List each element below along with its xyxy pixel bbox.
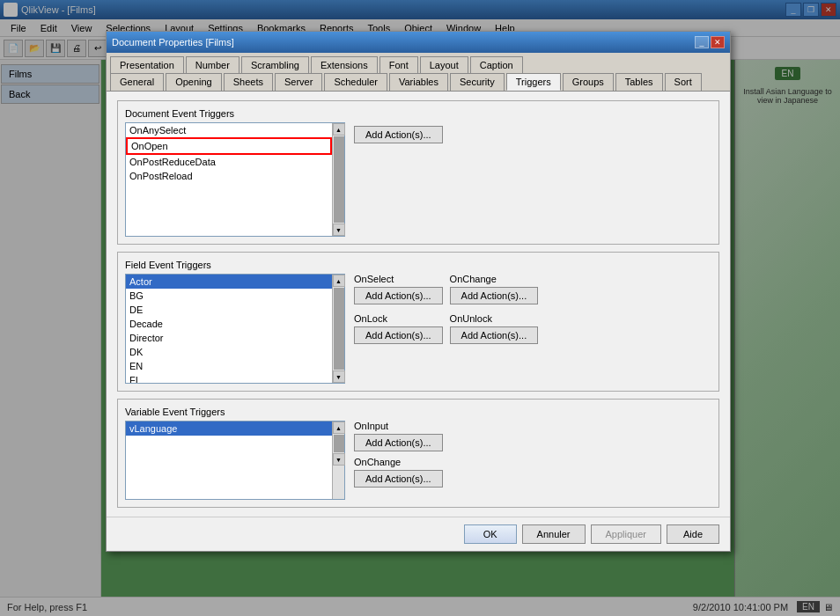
- add-action-unlock-button[interactable]: Add Action(s)...: [450, 326, 539, 344]
- var-scrollbar[interactable]: ▲ ▼: [332, 422, 344, 499]
- var-list-container: vLanguage ▲ ▼: [125, 421, 345, 500]
- ok-button[interactable]: OK: [464, 524, 517, 544]
- dialog-title: Document Properties [Films]: [112, 37, 234, 48]
- dialog-close[interactable]: ✕: [711, 36, 725, 48]
- field-item-dk[interactable]: DK: [126, 345, 332, 359]
- field-item-fi[interactable]: FI: [126, 373, 332, 383]
- doc-event-list-container: OnAnySelect OnOpen OnPostReduceData OnPo…: [125, 122, 345, 237]
- tab-bar-row1: Presentation Number Scrambling Extension…: [107, 53, 730, 73]
- doc-event-section: Document Event Triggers OnAnySelect OnOp…: [117, 100, 719, 245]
- field-list-container: Actor BG DE Decade Director DK EN FI ▲: [125, 274, 345, 384]
- trigger-col-unlock: OnUnlock Add Action(s)...: [450, 313, 539, 344]
- tab-security[interactable]: Security: [450, 73, 505, 91]
- trigger-col-var-change: OnChange Add Action(s)...: [354, 457, 443, 488]
- field-actions: OnSelect Add Action(s)... OnChange Add A…: [354, 274, 538, 348]
- doc-event-list-items: OnAnySelect OnOpen OnPostReduceData OnPo…: [126, 123, 332, 236]
- help-button[interactable]: Aide: [667, 524, 719, 544]
- dialog-content: Document Event Triggers OnAnySelect OnOp…: [107, 92, 730, 517]
- field-scrollbar[interactable]: ▲ ▼: [332, 275, 344, 383]
- field-item-actor[interactable]: Actor: [126, 275, 332, 289]
- trigger-col-lock: OnLock Add Action(s)...: [354, 313, 443, 344]
- field-item-de[interactable]: DE: [126, 303, 332, 317]
- doc-event-scrollbar[interactable]: ▲ ▼: [332, 123, 344, 236]
- tab-presentation[interactable]: Presentation: [110, 56, 184, 73]
- var-item-vlanguage[interactable]: vLanguage: [126, 422, 332, 436]
- scroll-down-arrow[interactable]: ▼: [333, 224, 345, 236]
- field-item-director[interactable]: Director: [126, 331, 332, 345]
- on-change-label: OnChange: [450, 274, 497, 284]
- tab-number[interactable]: Number: [186, 56, 239, 73]
- on-var-change-label: OnChange: [354, 457, 401, 467]
- field-list-items: Actor BG DE Decade Director DK EN FI: [126, 275, 332, 383]
- var-actions: OnInput Add Action(s)... OnChange Add Ac…: [354, 421, 443, 488]
- field-listbox[interactable]: Actor BG DE Decade Director DK EN FI ▲: [125, 274, 345, 384]
- field-scroll-down[interactable]: ▼: [333, 370, 345, 383]
- tab-server[interactable]: Server: [275, 73, 322, 91]
- field-item-bg[interactable]: BG: [126, 289, 332, 303]
- dialog-titlebar: Document Properties [Films] _ ✕: [107, 32, 730, 53]
- trigger-row-select: OnSelect Add Action(s)... OnChange Add A…: [354, 274, 538, 304]
- doc-event-listbox[interactable]: OnAnySelect OnOpen OnPostReduceData OnPo…: [125, 122, 345, 237]
- tab-groups[interactable]: Groups: [563, 73, 614, 91]
- on-select-label: OnSelect: [354, 274, 394, 284]
- add-action-doc-button[interactable]: Add Action(s)...: [354, 126, 443, 143]
- add-action-input-button[interactable]: Add Action(s)...: [354, 434, 443, 451]
- var-listbox[interactable]: vLanguage ▲ ▼: [125, 421, 345, 500]
- doc-event-item-postreload[interactable]: OnPostReload: [126, 169, 332, 183]
- tab-variables[interactable]: Variables: [389, 73, 448, 91]
- tab-bar-row2: General Opening Sheets Server Scheduler …: [107, 73, 730, 92]
- scroll-up-arrow[interactable]: ▲: [333, 123, 345, 136]
- tab-opening[interactable]: Opening: [166, 73, 222, 91]
- doc-event-item-anyselect[interactable]: OnAnySelect: [126, 123, 332, 137]
- tab-tables[interactable]: Tables: [615, 73, 663, 91]
- document-properties-dialog: Document Properties [Films] _ ✕ Presenta…: [106, 31, 731, 552]
- field-event-label: Field Event Triggers: [125, 260, 711, 270]
- field-scroll-thumb[interactable]: [334, 288, 344, 370]
- tab-sort[interactable]: Sort: [665, 73, 702, 91]
- field-event-section: Field Event Triggers Actor BG DE Decade …: [117, 252, 719, 392]
- tab-extensions[interactable]: Extensions: [311, 56, 378, 73]
- dialog-minimize[interactable]: _: [695, 36, 709, 48]
- add-action-change-button[interactable]: Add Action(s)...: [450, 287, 539, 304]
- on-input-label: OnInput: [354, 421, 388, 431]
- add-action-lock-button[interactable]: Add Action(s)...: [354, 326, 443, 344]
- trigger-col-select: OnSelect Add Action(s)...: [354, 274, 443, 304]
- var-event-section: Variable Event Triggers vLanguage ▲ ▼: [117, 399, 719, 508]
- tab-triggers[interactable]: Triggers: [506, 73, 561, 91]
- trigger-col-change: OnChange Add Action(s)...: [450, 274, 539, 304]
- tab-scrambling[interactable]: Scrambling: [241, 56, 309, 73]
- doc-event-item-postreducedata[interactable]: OnPostReduceData: [126, 155, 332, 169]
- field-item-en[interactable]: EN: [126, 359, 332, 373]
- tab-sheets[interactable]: Sheets: [224, 73, 273, 91]
- tab-layout[interactable]: Layout: [420, 56, 468, 73]
- add-action-select-button[interactable]: Add Action(s)...: [354, 287, 443, 304]
- on-unlock-label: OnUnlock: [450, 313, 492, 324]
- trigger-row-lock: OnLock Add Action(s)... OnUnlock Add Act…: [354, 313, 538, 344]
- var-event-label: Variable Event Triggers: [125, 407, 711, 417]
- tab-general[interactable]: General: [110, 73, 164, 91]
- var-list-items: vLanguage: [126, 422, 332, 499]
- add-action-var-change-button[interactable]: Add Action(s)...: [354, 470, 443, 488]
- dialog-footer: OK Annuler Appliquer Aide: [107, 517, 730, 551]
- var-scroll-up[interactable]: ▲: [333, 422, 345, 434]
- on-lock-label: OnLock: [354, 313, 387, 324]
- field-item-decade[interactable]: Decade: [126, 317, 332, 331]
- trigger-col-input: OnInput Add Action(s)...: [354, 421, 443, 451]
- dialog-controls: _ ✕: [695, 36, 725, 48]
- var-scroll-thumb[interactable]: [334, 435, 344, 452]
- field-scroll-up[interactable]: ▲: [333, 275, 345, 287]
- doc-event-item-onopen[interactable]: OnOpen: [126, 137, 332, 155]
- var-scroll-down[interactable]: ▼: [333, 453, 345, 466]
- tab-caption[interactable]: Caption: [470, 56, 523, 73]
- tab-scheduler[interactable]: Scheduler: [324, 73, 387, 91]
- scroll-thumb[interactable]: [334, 136, 344, 223]
- doc-event-label: Document Event Triggers: [125, 108, 711, 119]
- apply-button[interactable]: Appliquer: [591, 524, 661, 544]
- tab-font[interactable]: Font: [379, 56, 418, 73]
- cancel-button[interactable]: Annuler: [522, 524, 586, 544]
